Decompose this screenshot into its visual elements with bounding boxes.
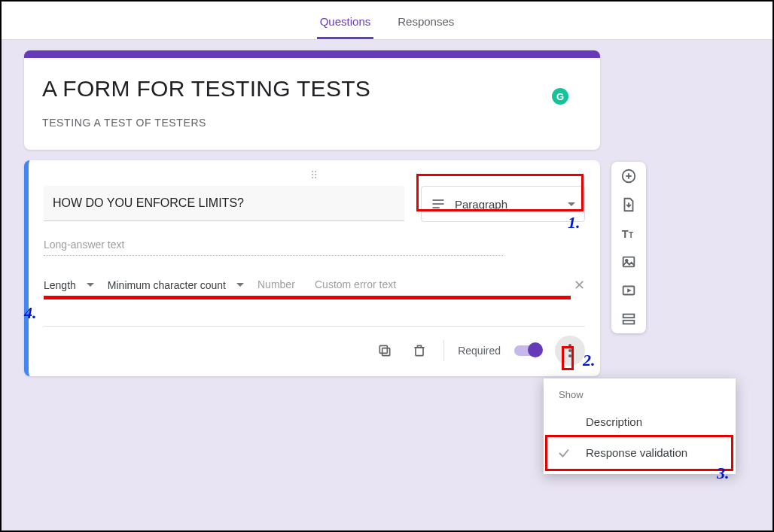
chevron-down-icon <box>568 202 575 206</box>
check-icon <box>557 446 571 460</box>
svg-rect-15 <box>623 315 635 318</box>
add-video-button[interactable] <box>620 282 637 299</box>
svg-marker-14 <box>627 288 632 293</box>
svg-rect-5 <box>416 348 423 356</box>
more-options-popup: Show Description Response validation <box>544 378 736 474</box>
chevron-down-icon <box>236 283 244 287</box>
svg-rect-4 <box>380 345 388 353</box>
import-questions-button[interactable] <box>620 196 637 213</box>
long-answer-placeholder: Long-answer text <box>44 239 503 256</box>
chevron-down-icon <box>87 283 94 287</box>
validation-remove-icon[interactable]: ✕ <box>574 277 585 293</box>
form-canvas: A FORM FOR TESTING TESTS TESTING A TEST … <box>2 40 772 530</box>
title-icon: TT <box>620 225 637 242</box>
validation-kind-select[interactable]: Length <box>44 279 94 291</box>
separator <box>443 340 444 361</box>
duplicate-icon <box>377 343 392 358</box>
drag-handle-icon[interactable]: ⠿ <box>44 169 585 181</box>
validation-kind-label: Length <box>44 279 76 291</box>
side-toolbar: TT <box>611 162 646 333</box>
svg-rect-16 <box>623 321 635 324</box>
validation-rule-select[interactable]: Minimum character count <box>108 279 244 291</box>
paragraph-icon <box>431 196 446 211</box>
validation-row: Length Minimum character count ✕ <box>44 275 585 294</box>
question-type-label: Paragraph <box>455 198 559 211</box>
svg-rect-11 <box>623 257 635 267</box>
tab-questions[interactable]: Questions <box>317 9 374 39</box>
svg-text:T: T <box>622 228 629 240</box>
required-toggle[interactable] <box>514 345 541 356</box>
svg-rect-3 <box>382 348 390 356</box>
add-section-button[interactable] <box>620 311 637 327</box>
validation-error-text-input[interactable] <box>315 275 428 294</box>
add-title-button[interactable]: TT <box>620 225 637 242</box>
popup-heading: Show <box>544 389 736 406</box>
form-description[interactable]: TESTING A TEST OF TESTERS <box>42 117 582 129</box>
trash-icon <box>412 343 427 358</box>
import-icon <box>620 196 637 213</box>
image-icon <box>620 254 637 270</box>
add-question-button[interactable] <box>620 168 637 184</box>
form-title[interactable]: A FORM FOR TESTING TESTS <box>42 76 582 102</box>
video-icon <box>620 282 637 299</box>
question-card: ⠿ Paragraph Long-answer text Length Mini… <box>24 160 600 376</box>
validation-rule-label: Minimum character count <box>108 279 226 291</box>
required-label: Required <box>458 345 501 357</box>
validation-number-input[interactable] <box>257 275 301 294</box>
question-title-input[interactable] <box>44 186 404 221</box>
popup-item-description[interactable]: Description <box>544 406 736 437</box>
section-icon <box>620 311 637 327</box>
delete-button[interactable] <box>409 340 430 361</box>
question-footer: Required <box>44 326 585 366</box>
grammarly-badge-icon[interactable]: G <box>552 88 568 105</box>
add-image-button[interactable] <box>620 254 637 270</box>
more-options-button[interactable] <box>555 336 585 366</box>
popup-item-response-validation[interactable]: Response validation <box>544 437 736 468</box>
form-header-card: A FORM FOR TESTING TESTS TESTING A TEST … <box>24 50 600 150</box>
more-vertical-icon <box>568 344 571 357</box>
tab-responses[interactable]: Responses <box>395 9 457 39</box>
tab-bar: Questions Responses <box>2 2 772 40</box>
svg-text:T: T <box>629 231 634 239</box>
question-type-select[interactable]: Paragraph <box>421 186 585 222</box>
duplicate-button[interactable] <box>374 340 395 361</box>
plus-circle-icon <box>620 168 637 184</box>
